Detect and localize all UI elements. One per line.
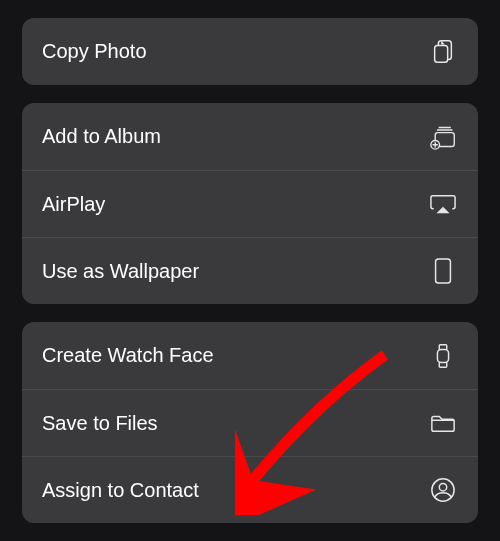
svg-point-6 [439, 484, 446, 491]
menu-item-label: Assign to Contact [42, 479, 199, 502]
menu-item-label: Add to Album [42, 125, 161, 148]
menu-item-add-to-album[interactable]: Add to Album [22, 103, 478, 170]
menu-item-label: Copy Photo [42, 40, 147, 63]
svg-rect-0 [435, 45, 448, 62]
menu-group-3: Create Watch Face Save to Files Assign t… [22, 322, 478, 523]
menu-item-label: AirPlay [42, 193, 105, 216]
airplay-icon [428, 189, 458, 219]
svg-rect-3 [436, 259, 451, 283]
svg-rect-4 [437, 349, 448, 362]
contact-icon [428, 475, 458, 505]
menu-group-2: Add to Album AirPlay Use as Wallpaper [22, 103, 478, 304]
menu-item-assign-to-contact[interactable]: Assign to Contact [22, 456, 478, 523]
watch-icon [428, 341, 458, 371]
menu-item-label: Use as Wallpaper [42, 260, 199, 283]
phone-icon [428, 256, 458, 286]
album-add-icon [428, 122, 458, 152]
menu-item-save-to-files[interactable]: Save to Files [22, 389, 478, 456]
menu-item-use-as-wallpaper[interactable]: Use as Wallpaper [22, 237, 478, 304]
folder-icon [428, 408, 458, 438]
svg-point-5 [432, 479, 454, 501]
menu-item-airplay[interactable]: AirPlay [22, 170, 478, 237]
menu-item-label: Create Watch Face [42, 344, 214, 367]
menu-group-1: Copy Photo [22, 18, 478, 85]
copy-icon [428, 37, 458, 67]
menu-item-copy-photo[interactable]: Copy Photo [22, 18, 478, 85]
menu-item-create-watch-face[interactable]: Create Watch Face [22, 322, 478, 389]
menu-item-label: Save to Files [42, 412, 158, 435]
